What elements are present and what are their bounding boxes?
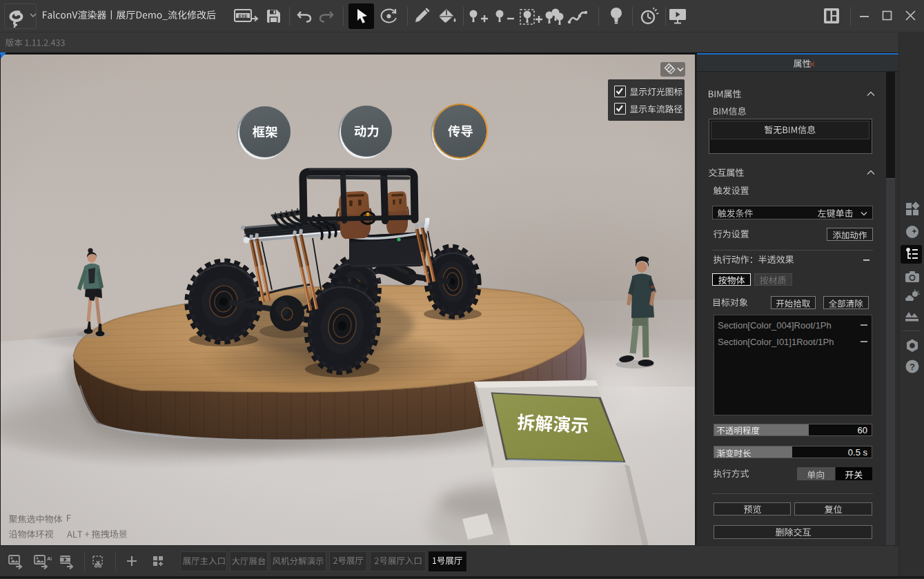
svg-text:AI: AI: [47, 556, 52, 562]
svg-text:EXE: EXE: [238, 14, 248, 19]
svg-text:?: ?: [910, 362, 915, 372]
